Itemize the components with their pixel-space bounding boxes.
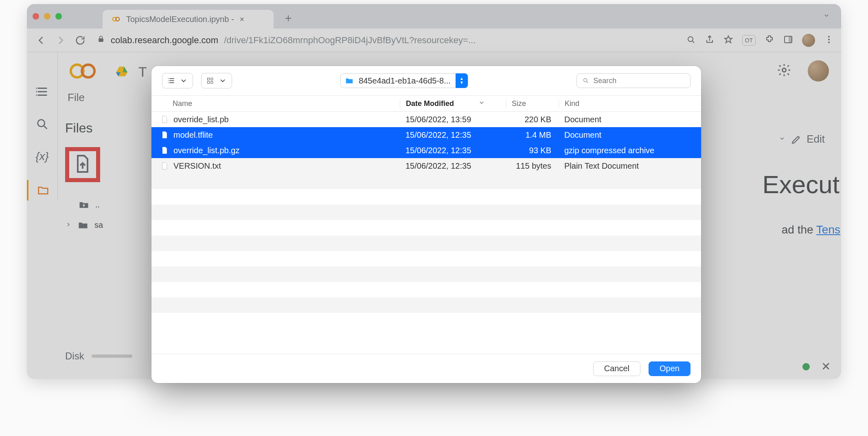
svg-point-18 bbox=[168, 82, 169, 83]
file-row[interactable]: override_list.pb.gz15/06/2022, 12:3593 K… bbox=[151, 143, 701, 158]
empty-row bbox=[151, 174, 701, 189]
empty-row bbox=[151, 205, 701, 220]
folder-icon bbox=[345, 76, 354, 85]
empty-row bbox=[151, 189, 701, 205]
svg-point-23 bbox=[584, 79, 587, 82]
cancel-button[interactable]: Cancel bbox=[593, 361, 640, 376]
empty-row bbox=[151, 313, 701, 328]
empty-row bbox=[151, 236, 701, 251]
svg-point-16 bbox=[168, 78, 169, 79]
svg-rect-22 bbox=[211, 81, 213, 84]
file-row[interactable]: VERSION.txt15/06/2022, 12:35115 bytesPla… bbox=[151, 158, 701, 174]
empty-row bbox=[151, 266, 701, 282]
empty-row bbox=[151, 297, 701, 313]
dialog-toolbar: 845e4ad1-eb1a-46d5-8... ▲▼ bbox=[151, 66, 701, 95]
file-row[interactable]: override_list.pb15/06/2022, 13:59220 KBD… bbox=[151, 112, 701, 127]
svg-rect-19 bbox=[208, 78, 210, 80]
col-size[interactable]: Size bbox=[506, 99, 559, 108]
dialog-footer: Cancel Open bbox=[151, 354, 701, 383]
search-input[interactable] bbox=[593, 77, 684, 85]
path-stepper[interactable]: ▲▼ bbox=[456, 73, 468, 88]
empty-row bbox=[151, 220, 701, 236]
svg-point-17 bbox=[168, 80, 169, 81]
group-by-button[interactable] bbox=[201, 73, 232, 88]
column-headers: Name Date Modified Size Kind bbox=[151, 95, 701, 112]
empty-row bbox=[151, 282, 701, 297]
file-list[interactable]: override_list.pb15/06/2022, 13:59220 KBD… bbox=[151, 112, 701, 354]
empty-row bbox=[151, 251, 701, 266]
sort-chevron-icon bbox=[478, 99, 485, 108]
svg-rect-21 bbox=[208, 81, 210, 84]
col-name[interactable]: Name bbox=[151, 99, 400, 108]
col-kind[interactable]: Kind bbox=[559, 99, 701, 108]
open-button[interactable]: Open bbox=[649, 361, 690, 376]
col-date[interactable]: Date Modified bbox=[400, 99, 506, 108]
view-list-button[interactable] bbox=[162, 73, 193, 88]
dialog-search[interactable] bbox=[576, 73, 690, 88]
file-open-dialog: 845e4ad1-eb1a-46d5-8... ▲▼ Name Date Mod… bbox=[151, 66, 701, 383]
folder-name: 845e4ad1-eb1a-46d5-8... bbox=[359, 76, 451, 86]
folder-path-button[interactable]: 845e4ad1-eb1a-46d5-8... ▲▼ bbox=[340, 73, 468, 88]
file-row[interactable]: model.tflite15/06/2022, 12:351.4 MBDocum… bbox=[151, 127, 701, 143]
svg-rect-20 bbox=[211, 78, 213, 80]
